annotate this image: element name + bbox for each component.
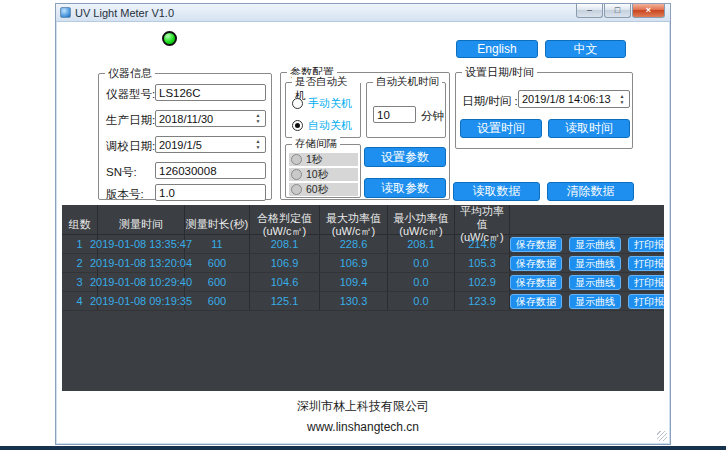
- chevron-down-icon[interactable]: ▼: [256, 119, 261, 124]
- interval-10s-option[interactable]: 10秒: [289, 168, 358, 181]
- company-name: 深圳市林上科技有限公司: [56, 398, 670, 415]
- print-report-button[interactable]: 打印报告: [628, 256, 664, 271]
- chevron-down-icon[interactable]: ▼: [620, 100, 625, 105]
- minimize-button[interactable]: –: [576, 4, 603, 18]
- show-curve-button[interactable]: 显示曲线: [569, 256, 621, 271]
- storage-interval-group: 存储间隔 1秒 10秒 60秒: [285, 144, 361, 198]
- datetime-label: 日期/时间 :: [462, 94, 518, 109]
- cell-duration: 11: [185, 235, 250, 253]
- cell-min: 0.0: [388, 292, 455, 310]
- cell-min: 0.0: [388, 254, 455, 272]
- cell-duration: 600: [185, 292, 250, 310]
- app-icon: [60, 7, 71, 18]
- auto-off-group: 是否自动关机 手动关机 自动关机: [285, 82, 361, 138]
- print-report-button[interactable]: 打印报告: [628, 294, 664, 309]
- auto-off-time-title: 自动关机时间: [373, 75, 442, 89]
- version-input[interactable]: [155, 184, 266, 201]
- cell-pass-value: 208.1: [250, 235, 320, 253]
- sn-input[interactable]: [155, 162, 266, 179]
- calibration-date-input[interactable]: [156, 137, 252, 152]
- radio-checked-icon[interactable]: [292, 120, 303, 131]
- close-button[interactable]: ×: [632, 4, 665, 18]
- save-data-button[interactable]: 保存数据: [510, 256, 562, 271]
- interval-60s-option[interactable]: 60秒: [289, 183, 358, 196]
- datetime-group: 设置日期/时间 日期/时间 : ▲ ▼ 设置时间 读取时间: [455, 72, 633, 149]
- calibration-date-spinner[interactable]: ▲ ▼: [155, 136, 266, 153]
- clear-data-button[interactable]: 清除数据: [547, 182, 634, 201]
- table-body: 12019-01-08 13:35:4711208.1228.6208.1214…: [62, 235, 664, 311]
- cell-pass-value: 125.1: [250, 292, 320, 310]
- cell-time: 2019-01-08 13:20:04: [98, 254, 185, 272]
- production-date-spinner[interactable]: ▲ ▼: [155, 110, 266, 127]
- cell-duration: 600: [185, 273, 250, 291]
- save-data-button[interactable]: 保存数据: [510, 275, 562, 290]
- cell-max: 106.9: [320, 254, 388, 272]
- datetime-group-title: 设置日期/时间: [462, 65, 537, 80]
- table-row[interactable]: 32019-01-08 10:29:40600104.6109.40.0102.…: [62, 273, 664, 292]
- chevron-up-icon[interactable]: ▲: [620, 94, 625, 99]
- row-actions: 保存数据显示曲线打印报告: [510, 273, 664, 291]
- spinner-arrows: ▲ ▼: [616, 91, 628, 107]
- param-config-group: 参数配置 是否自动关机 手动关机 自动关机 自动关机时间 分钟 存储间隔: [280, 72, 450, 200]
- read-data-button[interactable]: 读取数据: [453, 182, 540, 201]
- show-curve-button[interactable]: 显示曲线: [569, 237, 621, 252]
- interval-60s-label: 60秒: [306, 183, 328, 197]
- chinese-button[interactable]: 中文: [545, 40, 626, 58]
- cell-avg: 102.9: [455, 273, 510, 291]
- cell-min: 0.0: [388, 273, 455, 291]
- website-link[interactable]: www.linshangtech.cn: [56, 420, 670, 434]
- model-input[interactable]: [155, 84, 266, 101]
- radio-unchecked-icon[interactable]: [292, 98, 303, 109]
- cell-duration: 600: [185, 254, 250, 272]
- row-actions: 保存数据显示曲线打印报告: [510, 254, 664, 272]
- show-curve-button[interactable]: 显示曲线: [569, 275, 621, 290]
- row-actions: 保存数据显示曲线打印报告: [510, 235, 664, 253]
- save-data-button[interactable]: 保存数据: [510, 294, 562, 309]
- auto-off-label: 自动关机: [308, 118, 352, 133]
- table-row[interactable]: 12019-01-08 13:35:4711208.1228.6208.1214…: [62, 235, 664, 254]
- spinner-arrows: ▲ ▼: [252, 137, 264, 152]
- titlebar[interactable]: UV Light Meter V1.0 – □ ×: [56, 4, 670, 22]
- measurement-table: 组数测量时间测量时长(秒)合格判定值(uW/c㎡)最大功率值(uW/c㎡)最小功…: [62, 205, 664, 391]
- maximize-icon: □: [615, 6, 620, 15]
- resize-grip[interactable]: [657, 431, 667, 441]
- set-time-button[interactable]: 设置时间: [460, 119, 542, 138]
- window-controls: – □ ×: [576, 4, 665, 18]
- window-title: UV Light Meter V1.0: [75, 7, 174, 19]
- print-report-button[interactable]: 打印报告: [628, 237, 664, 252]
- table-row[interactable]: 42019-01-08 09:19:35600125.1130.30.0123.…: [62, 292, 664, 311]
- instrument-info-title: 仪器信息: [105, 66, 155, 81]
- spinner-arrows: ▲ ▼: [252, 111, 264, 126]
- english-button[interactable]: English: [456, 40, 538, 58]
- show-curve-button[interactable]: 显示曲线: [569, 294, 621, 309]
- status-led-indicator: [162, 31, 177, 46]
- sn-label: SN号:: [106, 165, 137, 180]
- chevron-down-icon[interactable]: ▼: [256, 145, 261, 150]
- minimize-icon: –: [587, 6, 592, 15]
- table-row[interactable]: 22019-01-08 13:20:04600106.9106.90.0105.…: [62, 254, 664, 273]
- set-params-button[interactable]: 设置参数: [364, 147, 446, 167]
- datetime-spinner[interactable]: ▲ ▼: [518, 90, 630, 108]
- production-date-input[interactable]: [156, 111, 252, 126]
- model-field-row: 仪器型号:: [99, 84, 271, 101]
- read-time-button[interactable]: 读取时间: [548, 119, 630, 138]
- auto-off-option[interactable]: 自动关机: [292, 118, 352, 133]
- cell-avg: 105.3: [455, 254, 510, 272]
- print-report-button[interactable]: 打印报告: [628, 275, 664, 290]
- save-data-button[interactable]: 保存数据: [510, 237, 562, 252]
- auto-off-time-input[interactable]: [373, 106, 416, 123]
- radio-disabled-icon: [291, 184, 302, 195]
- datetime-input[interactable]: [519, 91, 616, 107]
- manual-off-option[interactable]: 手动关机: [292, 96, 352, 111]
- maximize-button[interactable]: □: [604, 4, 631, 18]
- screen: UV Light Meter V1.0 – □ × English 中文 仪器信…: [0, 0, 726, 450]
- cell-avg: 123.9: [455, 292, 510, 310]
- cell-pass-value: 106.9: [250, 254, 320, 272]
- interval-1s-option[interactable]: 1秒: [289, 153, 358, 166]
- cell-max: 130.3: [320, 292, 388, 310]
- cell-max: 109.4: [320, 273, 388, 291]
- cell-time: 2019-01-08 13:35:47: [98, 235, 185, 253]
- cell-max: 228.6: [320, 235, 388, 253]
- read-params-button[interactable]: 读取参数: [364, 178, 446, 198]
- table-header-row: 组数测量时间测量时长(秒)合格判定值(uW/c㎡)最大功率值(uW/c㎡)最小功…: [62, 205, 664, 235]
